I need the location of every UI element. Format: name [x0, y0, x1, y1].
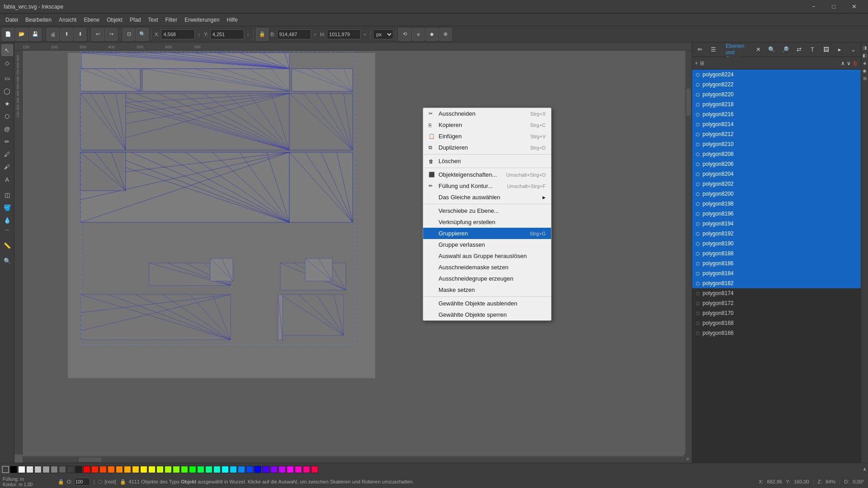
ctx-ungroup[interactable]: Gruppe verlassen [423, 239, 551, 250]
ctx-fill-stroke[interactable]: ✏ Füllung und Kontur... Umschalt+Strg+F [423, 180, 551, 192]
list-item[interactable]: ⬡ polygon8200 [692, 189, 861, 199]
minimize-button[interactable]: − [803, 0, 824, 14]
snap-button[interactable]: ⊕ [439, 28, 452, 41]
color-swatch-black[interactable] [10, 466, 17, 473]
layer-add-btn[interactable]: + [695, 60, 698, 66]
zoom-fit-button[interactable]: ⊡ [123, 28, 135, 41]
transform-button[interactable]: ⟲ [398, 28, 411, 41]
menu-hilfe[interactable]: Hilfe [223, 15, 241, 25]
color-swatch[interactable] [230, 466, 237, 473]
pen-tool[interactable]: 🖊 [1, 148, 13, 160]
export-button[interactable]: ⬇ [74, 28, 86, 41]
zoom-in-button[interactable]: 🔍 [136, 28, 149, 41]
list-item[interactable]: ⬡ polygon8192 [692, 229, 861, 239]
list-item[interactable]: ⬡ polygon8212 [692, 129, 861, 139]
color-swatch[interactable] [311, 466, 318, 473]
h-input[interactable] [327, 29, 361, 39]
align-button[interactable]: ≡ [412, 28, 425, 41]
canvas-area[interactable]: 100 200 300 400 500 600 700 100 200 300 … [14, 42, 692, 463]
ctx-move-layer[interactable]: Verschiebe zu Ebene... [423, 205, 551, 216]
color-swatch-cyan[interactable] [222, 466, 229, 473]
ctx-lock-objects[interactable]: Gewählte Objekte sperren [423, 309, 551, 320]
layer-delete-btn[interactable]: 🗑 [853, 60, 858, 66]
list-item[interactable]: ⬡ polygon8174 [692, 288, 861, 298]
import-button[interactable]: ⬆ [60, 28, 73, 41]
list-item[interactable]: ⬡ polygon8196 [692, 209, 861, 219]
color-swatch-white[interactable] [18, 466, 25, 473]
list-item[interactable]: ⬡ polygon8204 [692, 169, 861, 179]
ctx-create-clip[interactable]: Ausschneidegrupe erzeugen [423, 273, 551, 284]
panel-text-btn[interactable]: T [807, 44, 818, 56]
measure-tool[interactable]: 📏 [1, 239, 13, 251]
connector-tool[interactable]: ⌒ [1, 227, 13, 239]
pencil-tool[interactable]: ✏ [1, 136, 13, 147]
ctx-paste[interactable]: 📋 Einfügen Strg+V [423, 131, 551, 142]
color-swatch[interactable] [270, 466, 278, 473]
callig-tool[interactable]: 🖋 [1, 161, 13, 173]
list-item[interactable]: ⬡ polygon8210 [692, 139, 861, 149]
color-swatch-red[interactable] [83, 466, 90, 473]
menu-filter[interactable]: Filter [162, 15, 181, 25]
undo-button[interactable]: ↩ [91, 28, 104, 41]
list-item[interactable]: ⬡ polygon8168 [692, 318, 861, 328]
color-swatch[interactable] [197, 466, 204, 473]
color-swatch[interactable] [165, 466, 172, 473]
color-swatch-magenta[interactable] [287, 466, 294, 473]
list-item[interactable]: ⬡ polygon8202 [692, 179, 861, 189]
color-swatch[interactable] [34, 466, 42, 473]
select-tool[interactable]: ↖ [1, 44, 13, 56]
maximize-button[interactable]: □ [824, 0, 844, 14]
ctx-set-mask[interactable]: Maske setzen [423, 284, 551, 296]
color-swatch[interactable] [108, 466, 115, 473]
scrollbar-thumb-vertical[interactable] [686, 89, 691, 116]
dropper-tool[interactable]: 💧 [1, 214, 13, 226]
x-input[interactable] [161, 29, 195, 39]
scrollbar-thumb-horizontal[interactable] [79, 457, 101, 462]
no-color-swatch[interactable] [2, 466, 9, 473]
panel-list-btn[interactable]: ☰ [708, 44, 719, 56]
layer-expand-all-btn[interactable]: ⊞ [700, 60, 704, 66]
menu-ebene[interactable]: Ebene [80, 15, 103, 25]
panel-right-icon-3[interactable]: ◈ [862, 60, 868, 66]
color-swatch[interactable] [278, 466, 286, 473]
color-swatch[interactable] [238, 466, 245, 473]
panel-close-btn[interactable]: ✕ [752, 44, 764, 56]
spiral-tool[interactable]: @ [1, 123, 13, 135]
ctx-copy[interactable]: ⎘ Kopieren Strg+C [423, 119, 551, 131]
color-swatch[interactable] [132, 466, 139, 473]
color-swatch-blue[interactable] [254, 466, 261, 473]
list-item[interactable]: ⬡ polygon8218 [692, 99, 861, 109]
color-swatch[interactable] [99, 466, 107, 473]
rect-tool[interactable]: ▭ [1, 72, 13, 84]
color-expand-btn[interactable]: ∧ [863, 467, 866, 472]
canvas-scrollbar-bottom[interactable] [23, 456, 684, 463]
list-item[interactable]: ⬡ polygon8208 [692, 149, 861, 159]
color-swatch[interactable] [67, 466, 74, 473]
zoom-tool[interactable]: 🔍 [1, 255, 13, 267]
color-swatch[interactable] [205, 466, 212, 473]
y-input[interactable] [210, 29, 244, 39]
list-item[interactable]: ⬡ polygon8214 [692, 119, 861, 129]
color-swatch[interactable] [51, 466, 58, 473]
color-swatch[interactable] [26, 466, 33, 473]
list-item[interactable]: ⬡ polygon8170 [692, 308, 861, 318]
panel-right-icon-4[interactable]: ◉ [862, 67, 868, 74]
paint-bucket-tool[interactable]: 🪣 [1, 202, 13, 213]
ctx-duplicate[interactable]: ⧉ Duplizieren Strg+D [423, 142, 551, 153]
color-swatch[interactable] [116, 466, 123, 473]
panel-right-icon-5[interactable]: ⊞ [862, 75, 868, 82]
panel-edit-btn[interactable]: ✏ [694, 44, 706, 56]
ctx-delete[interactable]: 🗑 Löschen [423, 155, 551, 167]
list-item[interactable]: ⬡ polygon8186 [692, 258, 861, 268]
color-swatch[interactable] [246, 466, 253, 473]
color-swatch-green[interactable] [189, 466, 196, 473]
color-swatch[interactable] [42, 466, 50, 473]
list-item[interactable]: ⬡ polygon8172 [692, 298, 861, 308]
opacity-input[interactable] [74, 478, 90, 486]
list-item[interactable]: ⬡ polygon8190 [692, 239, 861, 249]
color-swatch[interactable] [124, 466, 131, 473]
canvas-scrollbar-right[interactable] [685, 51, 692, 456]
ctx-extract-group[interactable]: Auswahl aus Gruppe herauslösen [423, 250, 551, 262]
list-item[interactable]: ⬡ polygon8184 [692, 268, 861, 278]
redo-button[interactable]: ↪ [105, 28, 118, 41]
